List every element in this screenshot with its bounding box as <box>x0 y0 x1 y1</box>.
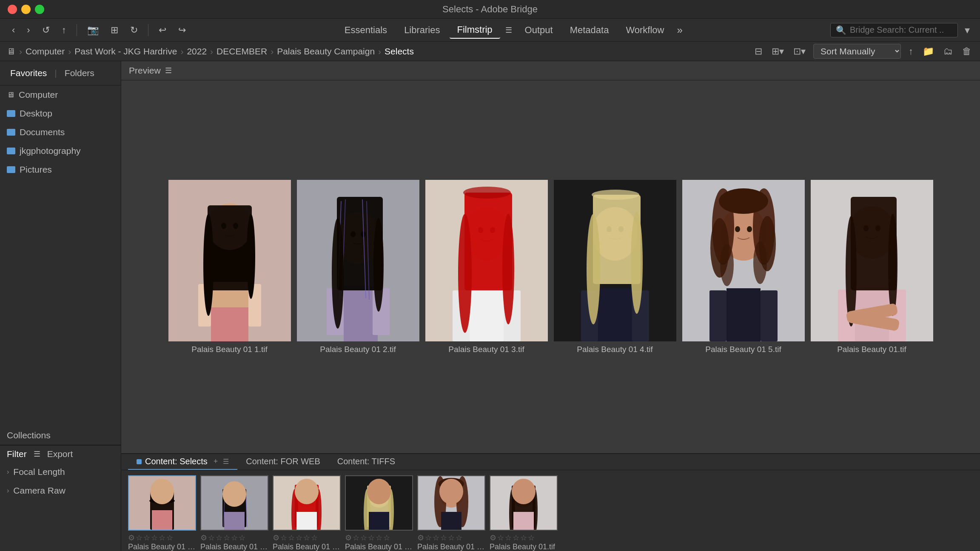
breadcrumb-computer[interactable]: Computer <box>26 46 65 57</box>
filmstrip-tab-tiffs[interactable]: Content: TIFFS <box>329 454 404 470</box>
sidebar-item-computer[interactable]: 🖥 Computer <box>0 85 121 104</box>
tab-workflow[interactable]: Workflow <box>618 22 672 38</box>
preview-item-4: Palais Beauty 01 4.tif <box>554 180 676 354</box>
sidebar-item-documents[interactable]: Documents <box>0 123 121 142</box>
filmstrip-tabs: Content: Selects + ☰ Content: FOR WEB Co… <box>121 454 980 470</box>
chevron-right-icon-2: › <box>7 487 9 494</box>
svg-point-121 <box>512 479 536 504</box>
sidebar-item-jkgphotography[interactable]: jkgphotography <box>0 142 121 160</box>
svg-point-40 <box>463 187 511 199</box>
more-tabs-button[interactable]: » <box>677 24 682 36</box>
back-button[interactable]: ‹ <box>9 23 18 37</box>
tab-options-icon[interactable]: ☰ <box>223 457 229 466</box>
search-options-button[interactable]: ▾ <box>963 23 971 38</box>
filmstrip-item-5[interactable]: ⚙☆☆☆☆☆ Palais Beauty 01 5.tif <box>417 475 485 551</box>
filmstrip-label-5: Palais Beauty 01 5.tif <box>417 542 485 551</box>
delete-button[interactable]: 🗑 <box>960 44 973 59</box>
filmstrip-item-3[interactable]: ⚙☆☆☆☆☆ Palais Beauty 01 3.tif <box>273 475 341 551</box>
camera-button[interactable]: 📷 <box>84 23 102 37</box>
sidebar-item-pictures[interactable]: Pictures <box>0 160 121 179</box>
sidebar-item-camera-raw[interactable]: › Camera Raw <box>0 481 121 500</box>
filmstrip-thumb-1[interactable] <box>128 475 196 531</box>
breadcrumb-past-work[interactable]: Past Work - JKG Hardrive <box>74 46 177 57</box>
filmstrip-options-icon[interactable]: ☰ <box>502 24 516 37</box>
close-button[interactable] <box>8 5 17 14</box>
preview-item-5: Palais Beauty 01 5.tif <box>682 180 805 354</box>
tab-filmstrip[interactable]: Filmstrip <box>450 22 500 39</box>
filmstrip-tab-forweb[interactable]: Content: FOR WEB <box>237 454 329 470</box>
preview-frame-5[interactable] <box>682 180 805 341</box>
filmstrip-tab-selects[interactable]: Content: Selects + ☰ <box>128 454 237 470</box>
filter-button[interactable]: ⊡▾ <box>792 44 807 59</box>
refresh-button[interactable]: ↻ <box>127 23 141 37</box>
folder-options-button[interactable]: 🗂 <box>942 44 954 59</box>
filmstrip-images: ⚙☆☆☆☆☆ Palais Beauty 01 1.tif <box>121 470 980 551</box>
history-button[interactable]: ↺ <box>39 23 53 37</box>
tab-output[interactable]: Output <box>517 22 561 38</box>
svg-point-78 <box>888 214 897 316</box>
filmstrip-item-2[interactable]: ⚙☆☆☆☆☆ Palais Beauty 01 2.tif <box>200 475 268 551</box>
filmstrip-item-6[interactable]: ⚙☆☆☆☆☆ Palais Beauty 01.tif <box>490 475 558 551</box>
breadcrumb-current[interactable]: Selects <box>385 46 414 57</box>
svg-rect-113 <box>441 512 462 530</box>
svg-point-60 <box>747 226 752 232</box>
maximize-button[interactable] <box>35 5 44 14</box>
preview-frame-1[interactable] <box>168 180 291 341</box>
breadcrumb-month[interactable]: DECEMBER <box>217 46 267 57</box>
favorites-tab[interactable]: Favorites <box>7 66 50 80</box>
computer-icon: 🖥 <box>7 91 14 99</box>
tab-essentials[interactable]: Essentials <box>337 22 395 38</box>
filmstrip-thumb-3[interactable] <box>273 475 341 531</box>
camera-raw-label: Camera Raw <box>13 486 66 496</box>
sidebar-item-focal-length[interactable]: › Focal Length <box>0 463 121 481</box>
filter-tab[interactable]: Filter <box>7 449 27 459</box>
breadcrumb-campaign[interactable]: Palais Beauty Campaign <box>277 46 375 57</box>
preview-images-row: Palais Beauty 01 1.tif <box>121 80 980 453</box>
preview-frame-2[interactable] <box>297 180 419 341</box>
sort-direction-button[interactable]: ↑ <box>907 44 915 59</box>
filmstrip-thumb-2[interactable] <box>200 475 268 531</box>
filmstrip-item-1[interactable]: ⚙☆☆☆☆☆ Palais Beauty 01 1.tif <box>128 475 196 551</box>
minimize-button[interactable] <box>21 5 31 14</box>
filmstrip-label-3: Palais Beauty 01 3.tif <box>273 542 341 551</box>
breadcrumb-bar: 🖥 › Computer › Past Work - JKG Hardrive … <box>0 42 980 61</box>
forward-button[interactable]: › <box>23 23 33 37</box>
collections-header: Collections <box>0 426 121 445</box>
sidebar-item-desktop-label: Desktop <box>20 108 52 119</box>
breadcrumb-home-icon: 🖥 <box>7 46 16 57</box>
filmstrip-thumb-4[interactable] <box>345 475 413 531</box>
preview-frame-3[interactable] <box>425 180 548 341</box>
view-options-button[interactable]: ⊞▾ <box>770 44 786 59</box>
new-folder-button[interactable]: 📁 <box>921 44 936 59</box>
filmstrip-thumb-5[interactable] <box>417 475 485 531</box>
stack-button[interactable]: ⊞ <box>107 23 122 37</box>
breadcrumb-year[interactable]: 2022 <box>187 46 207 57</box>
sort-dropdown[interactable]: Sort ManuallyBy FilenameBy Date CreatedB… <box>813 44 901 59</box>
preview-item-3: Palais Beauty 01 3.tif <box>425 180 548 354</box>
add-tab-button[interactable]: + <box>214 457 218 466</box>
tab-libraries[interactable]: Libraries <box>396 22 447 38</box>
filter-options-icon: ☰ <box>34 449 40 459</box>
folders-tab[interactable]: Folders <box>61 66 98 80</box>
filmstrip-thumb-6[interactable] <box>490 475 558 531</box>
preview-frame-6[interactable] <box>811 180 933 341</box>
folder-icon-desktop <box>7 110 15 117</box>
filmstrip-info-3: ⚙☆☆☆☆☆ Palais Beauty 01 3.tif <box>273 533 341 551</box>
svg-point-67 <box>753 241 767 284</box>
preview-frame-4[interactable] <box>554 180 676 341</box>
redo-button[interactable]: ↪ <box>175 23 189 37</box>
preview-caption-4: Palais Beauty 01 4.tif <box>577 345 653 354</box>
filmstrip-item-4[interactable]: ⚙☆☆☆☆☆ Palais Beauty 01 4.tif <box>345 475 413 551</box>
tab-metadata[interactable]: Metadata <box>562 22 617 38</box>
undo-button[interactable]: ↩ <box>155 23 170 37</box>
up-button[interactable]: ↑ <box>58 23 70 37</box>
preview-area: Preview ☰ <box>121 61 980 453</box>
sidebar-item-desktop[interactable]: Desktop <box>0 104 121 123</box>
search-input[interactable] <box>850 25 943 35</box>
view-mode-button[interactable]: ⊟ <box>753 44 764 59</box>
export-tab[interactable]: Export <box>47 449 73 459</box>
filmstrip-info-1: ⚙☆☆☆☆☆ Palais Beauty 01 1.tif <box>128 533 196 551</box>
preview-header: Preview ☰ <box>121 61 980 80</box>
svg-rect-11 <box>208 205 252 290</box>
content-area: Preview ☰ <box>121 61 980 551</box>
